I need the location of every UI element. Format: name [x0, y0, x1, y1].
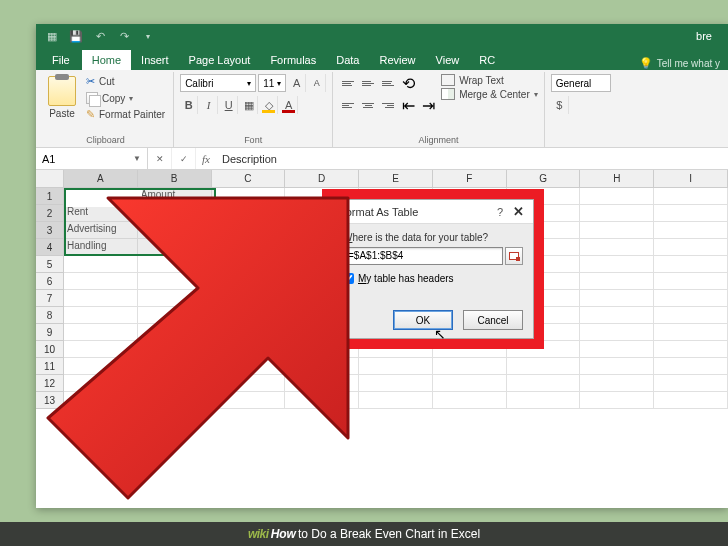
cell[interactable] — [212, 307, 286, 324]
range-input[interactable]: =$A$1:$B$4 — [343, 247, 503, 265]
fx-icon[interactable]: fx — [196, 153, 216, 165]
tab-file[interactable]: File — [40, 50, 82, 70]
headers-checkbox-row[interactable]: My table has headers — [343, 273, 523, 284]
cell[interactable] — [64, 358, 138, 375]
cell[interactable] — [212, 256, 286, 273]
cell[interactable] — [64, 273, 138, 290]
col-header-g[interactable]: G — [507, 170, 581, 188]
cell[interactable] — [212, 239, 286, 256]
col-header-i[interactable]: I — [654, 170, 728, 188]
col-header-a[interactable]: A — [64, 170, 138, 188]
col-header-f[interactable]: F — [433, 170, 507, 188]
row-header[interactable]: 13 — [36, 392, 64, 409]
cell[interactable] — [138, 205, 212, 222]
tab-view[interactable]: View — [426, 50, 470, 70]
collapse-dialog-button[interactable] — [505, 247, 523, 265]
cell[interactable] — [580, 205, 654, 222]
cell[interactable] — [654, 290, 728, 307]
row-header[interactable]: 7 — [36, 290, 64, 307]
cell[interactable] — [580, 222, 654, 239]
cell[interactable] — [212, 290, 286, 307]
tab-home[interactable]: Home — [82, 50, 131, 70]
cell[interactable] — [138, 290, 212, 307]
row-header[interactable]: 12 — [36, 375, 64, 392]
cell[interactable] — [64, 375, 138, 392]
cell[interactable] — [507, 375, 581, 392]
cell[interactable] — [654, 273, 728, 290]
row-header[interactable]: 8 — [36, 307, 64, 324]
tab-page-layout[interactable]: Page Layout — [179, 50, 261, 70]
align-left-icon[interactable] — [339, 96, 357, 114]
cell[interactable] — [138, 256, 212, 273]
paste-button[interactable]: Paste — [44, 74, 80, 121]
enter-formula-icon[interactable]: ✓ — [172, 148, 196, 169]
cell[interactable] — [64, 307, 138, 324]
wrap-text-button[interactable]: Wrap Text — [441, 74, 538, 86]
cell[interactable] — [64, 290, 138, 307]
increase-indent-icon[interactable]: ⇥ — [419, 96, 437, 114]
format-painter-button[interactable]: ✎Format Painter — [84, 107, 167, 122]
tab-review[interactable]: Review — [369, 50, 425, 70]
cell[interactable] — [654, 239, 728, 256]
cell[interactable] — [138, 324, 212, 341]
col-header-c[interactable]: C — [212, 170, 286, 188]
cell[interactable] — [654, 392, 728, 409]
cell[interactable] — [580, 341, 654, 358]
row-header[interactable]: 2 — [36, 205, 64, 222]
cut-button[interactable]: ✂Cut — [84, 74, 167, 89]
cell[interactable] — [359, 392, 433, 409]
orientation-icon[interactable]: ⟲ — [399, 74, 417, 92]
cell[interactable]: Advertising — [64, 222, 138, 239]
cell[interactable] — [654, 307, 728, 324]
cancel-button[interactable]: Cancel — [463, 310, 523, 330]
select-all-triangle[interactable] — [36, 170, 64, 188]
row-header[interactable]: 9 — [36, 324, 64, 341]
cell[interactable] — [654, 188, 728, 205]
cell[interactable] — [654, 375, 728, 392]
cell[interactable] — [359, 358, 433, 375]
cell[interactable] — [433, 375, 507, 392]
cell[interactable] — [507, 392, 581, 409]
cell[interactable] — [654, 324, 728, 341]
italic-button[interactable]: I — [200, 96, 218, 114]
cell[interactable] — [138, 239, 212, 256]
cell[interactable] — [212, 205, 286, 222]
cell[interactable] — [580, 188, 654, 205]
cell[interactable] — [580, 392, 654, 409]
cell[interactable] — [212, 222, 286, 239]
cell[interactable] — [433, 358, 507, 375]
cell[interactable] — [138, 307, 212, 324]
col-header-e[interactable]: E — [359, 170, 433, 188]
cell[interactable] — [64, 324, 138, 341]
formula-input[interactable]: Description — [216, 151, 728, 167]
cell[interactable] — [285, 358, 359, 375]
cell[interactable] — [580, 256, 654, 273]
cell[interactable] — [654, 256, 728, 273]
cell[interactable] — [212, 375, 286, 392]
cell[interactable] — [654, 205, 728, 222]
headers-checkbox[interactable] — [343, 273, 354, 284]
row-header[interactable]: 1 — [36, 188, 64, 205]
tell-me-search[interactable]: 💡 Tell me what y — [639, 57, 728, 70]
cell[interactable] — [580, 273, 654, 290]
help-icon[interactable]: ? — [491, 206, 509, 218]
currency-icon[interactable]: $ — [551, 96, 569, 114]
save-icon[interactable]: 💾 — [68, 28, 84, 44]
fill-color-button[interactable]: ◇ — [260, 96, 278, 114]
cell[interactable] — [580, 239, 654, 256]
decrease-font-icon[interactable]: A — [308, 74, 326, 92]
underline-button[interactable]: U — [220, 96, 238, 114]
cell[interactable] — [212, 358, 286, 375]
name-box[interactable]: A1 ▼ — [36, 148, 148, 169]
align-bottom-icon[interactable] — [379, 74, 397, 92]
undo-icon[interactable]: ↶ — [92, 28, 108, 44]
cell[interactable] — [359, 375, 433, 392]
number-format-select[interactable]: General — [551, 74, 611, 92]
cell[interactable] — [64, 341, 138, 358]
cell[interactable] — [212, 273, 286, 290]
cell[interactable] — [654, 222, 728, 239]
cell[interactable] — [138, 222, 212, 239]
ok-button[interactable]: OK — [393, 310, 453, 330]
increase-font-icon[interactable]: A — [288, 74, 306, 92]
cell[interactable] — [580, 307, 654, 324]
